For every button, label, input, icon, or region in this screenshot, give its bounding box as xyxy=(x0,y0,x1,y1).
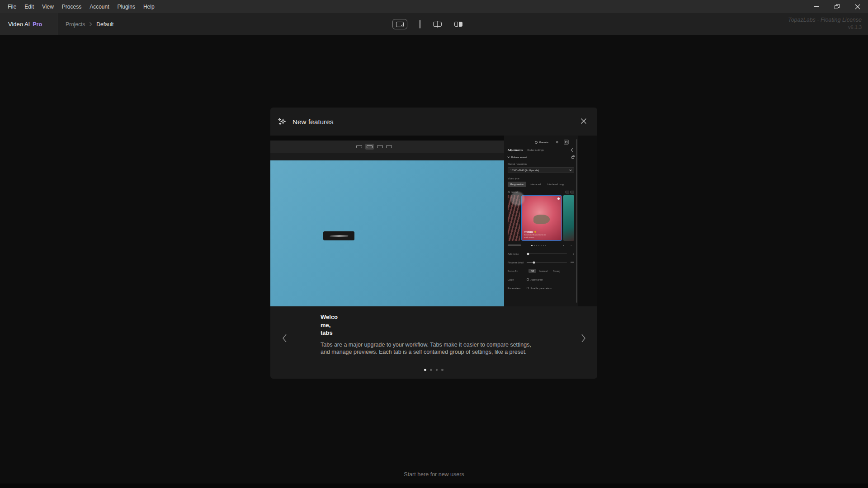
cursor-halo xyxy=(510,192,524,206)
video-type-label: Video type xyxy=(508,177,574,180)
screenshot-right-edge xyxy=(578,136,597,306)
split-view-icon xyxy=(433,21,442,28)
output-resolution-value: 15360×8640 (4x Upscale) xyxy=(510,169,539,172)
carousel-dot-4[interactable] xyxy=(441,369,443,371)
menu-process[interactable]: Process xyxy=(58,0,85,13)
feature-slide-image: Presets ⚙ Adjustments Codec settings Enh… xyxy=(270,136,597,306)
add-noise-slider xyxy=(527,253,567,254)
collapse-chevron-icon xyxy=(507,155,510,158)
model-thumb-proteus: Proteus General enhancement for most vid… xyxy=(521,195,562,241)
breadcrumb: Projects Default xyxy=(66,13,113,35)
app-title: Video AI Pro xyxy=(0,13,57,35)
chevron-right-icon xyxy=(581,333,586,343)
carousel-dots xyxy=(270,369,597,371)
single-view-icon xyxy=(420,20,420,28)
lock-icon xyxy=(571,156,574,159)
single-view-crop-button[interactable] xyxy=(392,19,407,29)
model-thumb-right xyxy=(563,195,574,241)
menu-plugins[interactable]: Plugins xyxy=(113,0,139,13)
chevron-left-icon xyxy=(282,333,287,343)
restore-icon xyxy=(835,4,840,9)
parameters-checkbox xyxy=(527,287,529,289)
license-info: TopazLabs - Floating License v6.1.3 xyxy=(788,16,862,31)
crop-icon xyxy=(571,148,575,152)
pro-badge: Pro xyxy=(33,21,42,28)
single-view-button[interactable] xyxy=(420,20,420,28)
recover-detail-value xyxy=(571,262,574,263)
add-noise-label: Add noise xyxy=(508,253,527,255)
menu-bar: File Edit View Process Account Plugins H… xyxy=(0,0,868,13)
side-by-side-icon xyxy=(454,22,462,27)
model-pager-arrows: ‹ › xyxy=(563,244,574,247)
screenshot-view-icon-selected xyxy=(365,144,374,150)
video-type-interlaced-prog: Interlaced prog xyxy=(544,182,566,187)
focus-normal: Normal xyxy=(537,269,550,273)
dialog-title: New features xyxy=(292,118,334,126)
model-name: Proteus xyxy=(524,230,533,233)
app-header: Video AI Pro Projects Default TopazLabs … xyxy=(0,13,868,35)
screenshot-video-preview xyxy=(270,160,504,306)
close-window-icon xyxy=(855,4,860,9)
model-description: General enhancement for most videos xyxy=(524,234,546,239)
breadcrumb-projects[interactable]: Projects xyxy=(66,21,85,28)
carousel-prev-button[interactable] xyxy=(278,330,290,346)
dialog-close-button[interactable] xyxy=(579,117,588,126)
minimize-button[interactable] xyxy=(806,0,826,13)
model-badge-icon xyxy=(534,231,536,233)
screenshot-scrollbar xyxy=(576,139,578,303)
carousel-text-zone: Welco me, tabs Tabs are a major upgrade … xyxy=(270,306,597,379)
presets-icon xyxy=(535,141,538,144)
screenshot-menubar xyxy=(270,136,504,141)
view-mode-toolbar xyxy=(392,13,462,35)
split-view-button[interactable] xyxy=(433,21,442,28)
menu-file[interactable]: File xyxy=(4,0,20,13)
output-resolution-dropdown: 15360×8640 (4x Upscale) xyxy=(508,167,574,173)
app-version: v6.1.3 xyxy=(788,24,862,31)
focus-off: Off xyxy=(528,269,536,273)
screenshot-preview-column xyxy=(270,136,504,306)
side-by-side-button[interactable] xyxy=(454,22,462,27)
codec-settings-tab: Codec settings xyxy=(527,149,543,151)
minimize-icon xyxy=(814,6,819,7)
adjustments-tab: Adjustments xyxy=(508,149,523,151)
screenshot-view-icon xyxy=(386,145,392,148)
slide-description: Tabs are a major upgrade to your workflo… xyxy=(321,341,547,356)
new-features-dialog: New features xyxy=(270,108,597,379)
slide-heading: Welco me, tabs xyxy=(321,313,349,337)
screenshot-tab-strip xyxy=(270,153,504,160)
recover-detail-slider xyxy=(527,262,567,263)
restore-button[interactable] xyxy=(826,0,847,13)
video-type-segment: Progressive Interlaced Interlaced prog xyxy=(508,182,574,187)
output-resolution-label: Output resolution xyxy=(508,163,574,165)
menu-view[interactable]: View xyxy=(38,0,58,13)
carousel-next-button[interactable] xyxy=(577,330,589,346)
focus-fix-label: Focus fix xyxy=(508,270,527,272)
sparkles-icon xyxy=(277,117,287,127)
add-noise-value: 0 xyxy=(570,253,574,255)
close-window-button[interactable] xyxy=(847,0,868,13)
menu-account[interactable]: Account xyxy=(85,0,113,13)
presets-label: Presets xyxy=(539,141,548,144)
focus-fix-segment: Off Normal Strong xyxy=(528,269,562,273)
info-icon xyxy=(557,197,560,200)
model-pager: ‹ › xyxy=(508,244,574,247)
enable-parameters-label: Enable parameters xyxy=(531,287,552,290)
apply-grain-label: Apply grain xyxy=(531,278,543,281)
window-controls xyxy=(806,0,868,13)
menu-edit[interactable]: Edit xyxy=(20,0,38,13)
screenshot-tab-pill xyxy=(323,231,354,240)
menu-help[interactable]: Help xyxy=(139,0,159,13)
models-count-text xyxy=(508,244,521,246)
close-icon xyxy=(580,117,587,125)
carousel-dot-1[interactable] xyxy=(424,369,426,371)
layout-toggle-icons xyxy=(566,191,574,193)
screenshot-view-icon xyxy=(377,145,383,148)
license-name: TopazLabs - Floating License xyxy=(788,16,862,24)
carousel-dot-2[interactable] xyxy=(430,369,432,371)
recover-detail-label: Recover detail xyxy=(508,261,527,264)
parameters-label: Parameters xyxy=(508,287,527,290)
bottom-edge xyxy=(0,483,868,488)
chevron-right-icon xyxy=(89,22,92,27)
carousel-dot-3[interactable] xyxy=(436,369,438,371)
gear-icon: ⚙ xyxy=(556,141,558,144)
